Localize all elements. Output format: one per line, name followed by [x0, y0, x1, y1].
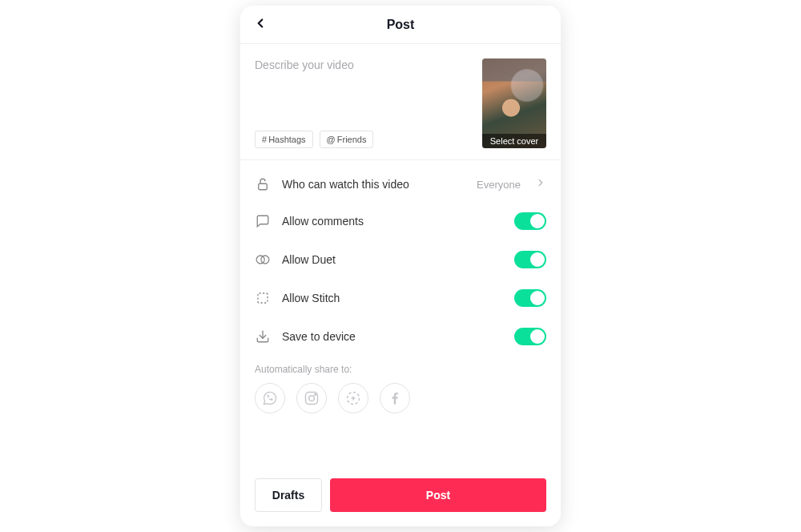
- comment-icon: [255, 214, 271, 228]
- share-stories[interactable]: [338, 383, 368, 413]
- save-toggle[interactable]: [514, 328, 546, 345]
- settings-list: Who can watch this video Everyone Allow …: [240, 160, 561, 467]
- privacy-row[interactable]: Who can watch this video Everyone: [255, 167, 546, 202]
- caption-section: # Hashtags @ Friends Select cover: [240, 44, 561, 160]
- chevron-left-icon: [253, 16, 268, 30]
- privacy-label: Who can watch this video: [282, 178, 465, 191]
- save-row: Save to device: [255, 317, 546, 356]
- instagram-icon: [304, 390, 320, 406]
- svg-point-7: [315, 394, 316, 396]
- stitch-label: Allow Stitch: [282, 292, 503, 304]
- bottom-action-bar: Drafts Post: [240, 467, 561, 526]
- header-bar: Post: [240, 6, 561, 44]
- hashtags-chip[interactable]: # Hashtags: [255, 131, 313, 148]
- lock-icon: [255, 177, 271, 191]
- duet-row: Allow Duet: [255, 240, 546, 279]
- stories-icon: [345, 390, 361, 406]
- svg-rect-3: [258, 293, 268, 303]
- duet-icon: [255, 252, 271, 267]
- svg-point-6: [309, 396, 315, 401]
- stitch-toggle[interactable]: [514, 289, 546, 307]
- friends-chip-label: Friends: [337, 135, 367, 144]
- share-facebook[interactable]: [380, 383, 410, 413]
- page-title: Post: [387, 18, 415, 32]
- download-icon: [255, 329, 271, 344]
- share-icons-row: [255, 383, 546, 413]
- share-whatsapp[interactable]: [255, 383, 285, 413]
- stitch-icon: [255, 291, 271, 305]
- comments-label: Allow comments: [282, 215, 503, 228]
- svg-rect-0: [259, 183, 268, 190]
- duet-toggle[interactable]: [514, 251, 546, 268]
- chevron-right-icon: [535, 177, 546, 191]
- post-screen: Post # Hashtags @ Friends Select cover: [240, 6, 561, 526]
- svg-point-2: [261, 256, 269, 264]
- select-cover-label: Select cover: [482, 134, 546, 148]
- hash-icon: #: [262, 135, 267, 144]
- privacy-value: Everyone: [477, 179, 521, 191]
- video-thumbnail[interactable]: Select cover: [482, 58, 546, 148]
- at-icon: @: [327, 135, 336, 144]
- svg-point-1: [256, 256, 264, 264]
- drafts-button[interactable]: Drafts: [255, 478, 322, 512]
- hashtags-chip-label: Hashtags: [268, 135, 305, 144]
- share-instagram[interactable]: [296, 383, 327, 413]
- comments-toggle[interactable]: [514, 212, 546, 230]
- save-label: Save to device: [282, 330, 503, 343]
- comments-row: Allow comments: [255, 202, 546, 240]
- caption-input[interactable]: [255, 58, 473, 107]
- back-button[interactable]: [253, 16, 268, 34]
- stitch-row: Allow Stitch: [255, 279, 546, 317]
- facebook-icon: [387, 390, 403, 406]
- post-button[interactable]: Post: [330, 478, 546, 512]
- friends-chip[interactable]: @ Friends: [320, 131, 374, 148]
- whatsapp-icon: [262, 390, 278, 406]
- duet-label: Allow Duet: [282, 253, 503, 266]
- share-section-label: Automatically share to:: [255, 364, 546, 375]
